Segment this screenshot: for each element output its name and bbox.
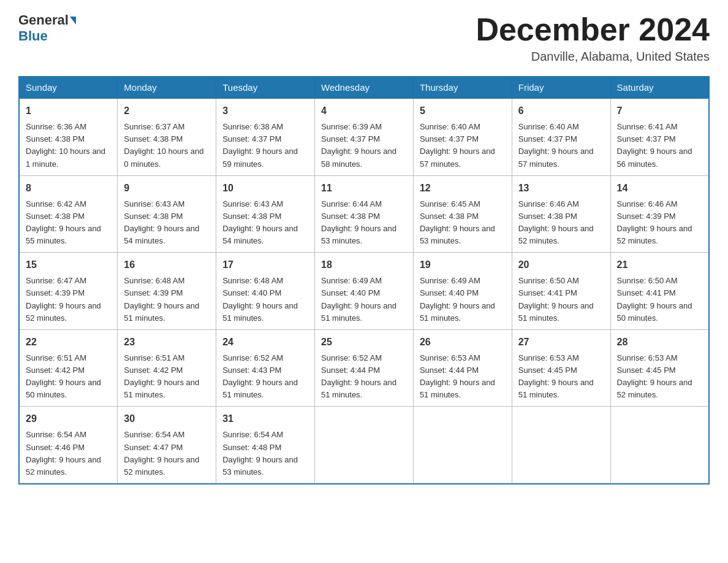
day-number: 13 (518, 181, 604, 196)
day-cell: 7Sunrise: 6:41 AMSunset: 4:37 PMDaylight… (610, 98, 709, 175)
page-header: General Blue December 2024 Danville, Ala… (18, 12, 710, 64)
day-info: Sunrise: 6:54 AMSunset: 4:46 PMDaylight:… (26, 429, 111, 478)
day-info: Sunrise: 6:43 AMSunset: 4:38 PMDaylight:… (124, 198, 210, 248)
header-sunday: Sunday (19, 77, 118, 98)
day-cell: 22Sunrise: 6:51 AMSunset: 4:42 PMDayligh… (19, 329, 118, 407)
day-cell: 29Sunrise: 6:54 AMSunset: 4:46 PMDayligh… (19, 407, 118, 484)
location: Danville, Alabama, United States (476, 50, 710, 64)
day-cell: 28Sunrise: 6:53 AMSunset: 4:45 PMDayligh… (610, 329, 709, 407)
day-info: Sunrise: 6:42 AMSunset: 4:38 PMDaylight:… (26, 198, 111, 248)
day-number: 3 (222, 104, 308, 118)
day-cell: 19Sunrise: 6:49 AMSunset: 4:40 PMDayligh… (413, 253, 512, 330)
day-number: 2 (124, 104, 210, 118)
day-number: 9 (124, 181, 210, 196)
day-cell: 18Sunrise: 6:49 AMSunset: 4:40 PMDayligh… (315, 253, 414, 330)
day-cell: 21Sunrise: 6:50 AMSunset: 4:41 PMDayligh… (610, 253, 709, 330)
day-info: Sunrise: 6:49 AMSunset: 4:40 PMDaylight:… (420, 275, 506, 324)
header-thursday: Thursday (413, 77, 512, 98)
day-cell (413, 407, 512, 484)
day-info: Sunrise: 6:49 AMSunset: 4:40 PMDaylight:… (321, 275, 407, 324)
day-cell: 12Sunrise: 6:45 AMSunset: 4:38 PMDayligh… (413, 175, 512, 253)
day-cell (512, 407, 610, 484)
day-cell: 6Sunrise: 6:40 AMSunset: 4:37 PMDaylight… (512, 98, 610, 175)
calendar-body: 1Sunrise: 6:36 AMSunset: 4:38 PMDaylight… (19, 98, 709, 484)
week-row-3: 15Sunrise: 6:47 AMSunset: 4:39 PMDayligh… (19, 253, 709, 330)
week-row-2: 8Sunrise: 6:42 AMSunset: 4:38 PMDaylight… (19, 175, 709, 253)
day-cell: 20Sunrise: 6:50 AMSunset: 4:41 PMDayligh… (512, 253, 610, 330)
day-number: 12 (420, 181, 506, 196)
day-cell: 27Sunrise: 6:53 AMSunset: 4:45 PMDayligh… (512, 329, 610, 407)
day-number: 7 (617, 104, 702, 118)
day-info: Sunrise: 6:38 AMSunset: 4:37 PMDaylight:… (222, 121, 308, 170)
day-info: Sunrise: 6:52 AMSunset: 4:43 PMDaylight:… (222, 352, 308, 402)
logo: General Blue (18, 12, 76, 44)
day-info: Sunrise: 6:53 AMSunset: 4:45 PMDaylight:… (518, 352, 604, 402)
header-saturday: Saturday (610, 77, 709, 98)
day-info: Sunrise: 6:36 AMSunset: 4:38 PMDaylight:… (26, 121, 111, 170)
day-cell: 14Sunrise: 6:46 AMSunset: 4:39 PMDayligh… (610, 175, 709, 253)
day-number: 14 (617, 181, 702, 196)
day-number: 24 (222, 335, 308, 350)
header-wednesday: Wednesday (315, 77, 414, 98)
day-number: 31 (222, 412, 308, 426)
day-info: Sunrise: 6:54 AMSunset: 4:47 PMDaylight:… (124, 429, 210, 478)
day-info: Sunrise: 6:40 AMSunset: 4:37 PMDaylight:… (518, 121, 604, 170)
day-cell: 15Sunrise: 6:47 AMSunset: 4:39 PMDayligh… (19, 253, 118, 330)
day-info: Sunrise: 6:54 AMSunset: 4:48 PMDaylight:… (222, 429, 308, 478)
day-info: Sunrise: 6:48 AMSunset: 4:40 PMDaylight:… (222, 275, 308, 324)
day-info: Sunrise: 6:46 AMSunset: 4:38 PMDaylight:… (518, 198, 604, 248)
day-info: Sunrise: 6:43 AMSunset: 4:38 PMDaylight:… (222, 198, 308, 248)
day-number: 18 (321, 258, 407, 272)
day-number: 15 (26, 258, 111, 272)
day-cell (610, 407, 709, 484)
logo-blue: Blue (18, 28, 48, 44)
day-info: Sunrise: 6:51 AMSunset: 4:42 PMDaylight:… (124, 352, 210, 402)
day-info: Sunrise: 6:45 AMSunset: 4:38 PMDaylight:… (420, 198, 506, 248)
logo-general: General (18, 12, 69, 28)
day-cell: 30Sunrise: 6:54 AMSunset: 4:47 PMDayligh… (118, 407, 216, 484)
day-number: 11 (321, 181, 407, 196)
day-info: Sunrise: 6:50 AMSunset: 4:41 PMDaylight:… (617, 275, 702, 324)
day-info: Sunrise: 6:41 AMSunset: 4:37 PMDaylight:… (617, 121, 702, 170)
day-info: Sunrise: 6:46 AMSunset: 4:39 PMDaylight:… (617, 198, 702, 248)
day-info: Sunrise: 6:40 AMSunset: 4:37 PMDaylight:… (420, 121, 506, 170)
day-number: 25 (321, 335, 407, 350)
day-info: Sunrise: 6:50 AMSunset: 4:41 PMDaylight:… (518, 275, 604, 324)
day-cell: 3Sunrise: 6:38 AMSunset: 4:37 PMDaylight… (216, 98, 315, 175)
day-cell: 31Sunrise: 6:54 AMSunset: 4:48 PMDayligh… (216, 407, 315, 484)
day-cell: 2Sunrise: 6:37 AMSunset: 4:38 PMDaylight… (118, 98, 216, 175)
day-number: 27 (518, 335, 604, 350)
day-cell: 4Sunrise: 6:39 AMSunset: 4:37 PMDaylight… (315, 98, 414, 175)
week-row-5: 29Sunrise: 6:54 AMSunset: 4:46 PMDayligh… (19, 407, 709, 484)
day-number: 4 (321, 104, 407, 118)
logo-arrow-icon (70, 17, 76, 25)
day-cell: 13Sunrise: 6:46 AMSunset: 4:38 PMDayligh… (512, 175, 610, 253)
day-cell (315, 407, 414, 484)
day-cell: 5Sunrise: 6:40 AMSunset: 4:37 PMDaylight… (413, 98, 512, 175)
header-friday: Friday (512, 77, 610, 98)
day-info: Sunrise: 6:39 AMSunset: 4:37 PMDaylight:… (321, 121, 407, 170)
day-number: 28 (617, 335, 702, 350)
title-area: December 2024 Danville, Alabama, United … (476, 12, 710, 64)
day-info: Sunrise: 6:53 AMSunset: 4:44 PMDaylight:… (420, 352, 506, 402)
calendar-header: SundayMondayTuesdayWednesdayThursdayFrid… (19, 77, 709, 98)
day-cell: 10Sunrise: 6:43 AMSunset: 4:38 PMDayligh… (216, 175, 315, 253)
day-number: 22 (26, 335, 111, 350)
header-row: SundayMondayTuesdayWednesdayThursdayFrid… (19, 77, 709, 98)
calendar-table: SundayMondayTuesdayWednesdayThursdayFrid… (18, 76, 710, 484)
day-number: 30 (124, 412, 210, 426)
day-cell: 17Sunrise: 6:48 AMSunset: 4:40 PMDayligh… (216, 253, 315, 330)
day-info: Sunrise: 6:37 AMSunset: 4:38 PMDaylight:… (124, 121, 210, 170)
day-cell: 11Sunrise: 6:44 AMSunset: 4:38 PMDayligh… (315, 175, 414, 253)
day-number: 19 (420, 258, 506, 272)
day-info: Sunrise: 6:47 AMSunset: 4:39 PMDaylight:… (26, 275, 111, 324)
day-cell: 8Sunrise: 6:42 AMSunset: 4:38 PMDaylight… (19, 175, 118, 253)
day-cell: 24Sunrise: 6:52 AMSunset: 4:43 PMDayligh… (216, 329, 315, 407)
day-number: 29 (26, 412, 111, 426)
day-number: 1 (26, 104, 111, 118)
day-info: Sunrise: 6:51 AMSunset: 4:42 PMDaylight:… (26, 352, 111, 402)
week-row-4: 22Sunrise: 6:51 AMSunset: 4:42 PMDayligh… (19, 329, 709, 407)
day-number: 16 (124, 258, 210, 272)
day-cell: 23Sunrise: 6:51 AMSunset: 4:42 PMDayligh… (118, 329, 216, 407)
day-cell: 9Sunrise: 6:43 AMSunset: 4:38 PMDaylight… (118, 175, 216, 253)
